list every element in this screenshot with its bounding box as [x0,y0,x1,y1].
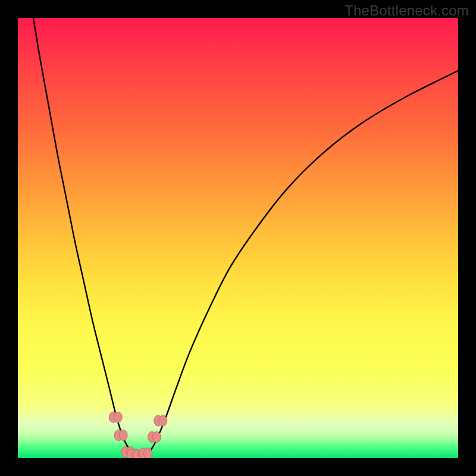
bottleneck-curve [33,18,458,456]
marker-left-mid [114,430,127,441]
curve-markers [109,412,167,458]
svg-point-15 [159,415,167,426]
svg-point-3 [119,430,127,441]
watermark-text: TheBottleneck.com [345,2,469,19]
marker-right-upper [154,415,167,426]
svg-point-13 [152,431,161,442]
svg-point-1 [114,412,122,422]
plot-area [18,18,458,458]
marker-left-upper [109,412,122,422]
curve-layer [18,18,458,458]
marker-flat-4 [139,448,152,458]
chart-frame: TheBottleneck.com [0,0,476,476]
marker-right-mid [148,431,161,442]
svg-point-11 [144,448,152,458]
